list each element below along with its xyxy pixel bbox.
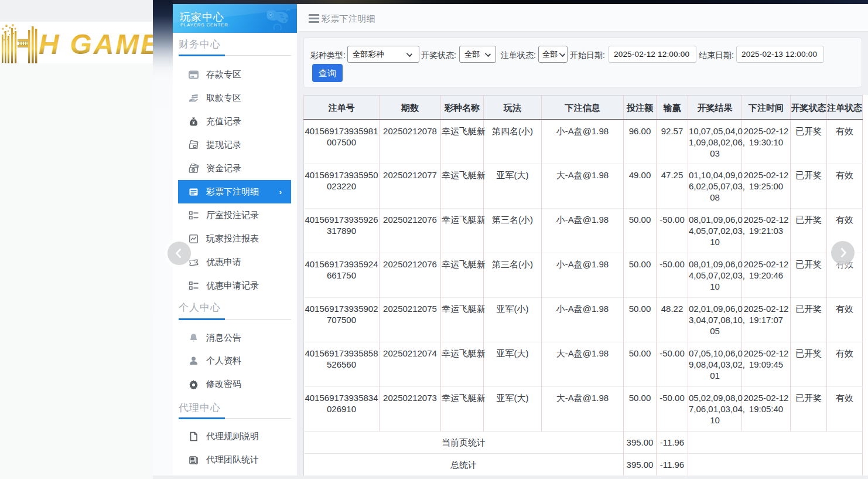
svg-text:H GAME: H GAME — [39, 29, 153, 60]
